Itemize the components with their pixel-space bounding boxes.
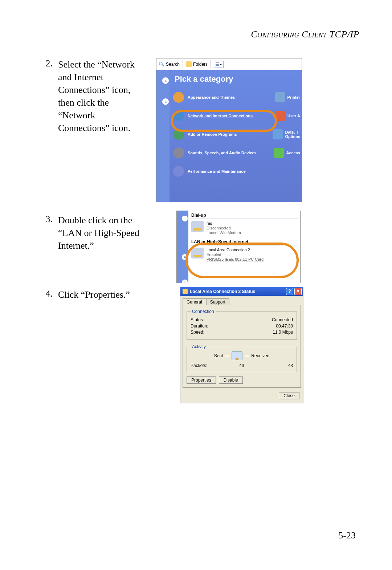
- category-right-label: Printer: [287, 95, 300, 99]
- group-lan: LAN or High-Speed Internet: [191, 239, 298, 245]
- view-icon: [216, 62, 219, 66]
- category-icon: [173, 147, 184, 158]
- category-row[interactable]: Add or Remove ProgramsDate, T Options: [173, 126, 302, 142]
- received-label: Received: [251, 353, 269, 358]
- category-icon: [173, 110, 184, 121]
- speed-value: 11.0 Mbps: [273, 330, 293, 335]
- legend-activity: Activity: [191, 344, 207, 349]
- conn-title: ras: [207, 221, 241, 226]
- view-button[interactable]: ▾: [214, 61, 224, 68]
- category-right-icon: [273, 129, 283, 139]
- packets-sent: 43: [225, 363, 258, 368]
- step-text: Double click on the “LAN or High-Speed I…: [58, 214, 145, 252]
- collapse-icon[interactable]: «: [182, 216, 188, 221]
- connection-icon: [191, 248, 204, 258]
- help-button[interactable]: ?: [286, 288, 293, 295]
- toolbar-separator: [211, 60, 211, 68]
- status-label: Status:: [191, 317, 204, 322]
- category-right-label: User A: [287, 114, 300, 118]
- conn-device: Lucent Win Modem: [207, 231, 241, 235]
- category-row[interactable]: Appearance and ThemesPrinter: [173, 89, 302, 105]
- category-label: Appearance and Themes: [188, 95, 235, 99]
- category-row[interactable]: Sounds, Speech, and Audio DevicesAccess: [173, 144, 302, 161]
- dash: —: [225, 353, 229, 358]
- screenshot-connection-status: Local Area Connection 2 Status ? × Gener…: [180, 287, 303, 403]
- connection-lan2[interactable]: Local Area Connection 2 Enabled PRISM25 …: [191, 248, 298, 262]
- chevron-down-icon: ▾: [220, 62, 222, 66]
- group-dialup: Dial-up: [191, 212, 298, 219]
- properties-button[interactable]: Properties: [187, 376, 216, 384]
- step-number: 4.: [33, 288, 58, 299]
- screenshot-network-connections: « « « Dial-up ras Disconnected Lucent Wi…: [176, 211, 301, 283]
- collapse-icon[interactable]: «: [182, 254, 188, 260]
- disable-button[interactable]: Disable: [219, 376, 243, 384]
- legend-connection: Connection: [191, 309, 216, 314]
- connection-icon: [191, 221, 204, 232]
- toolbar-folders[interactable]: Folders: [193, 62, 208, 67]
- status-value: Connected: [272, 317, 293, 322]
- close-button-footer[interactable]: Close: [279, 392, 299, 399]
- step-number: 2.: [33, 58, 58, 69]
- tab-strip: General Support: [180, 296, 303, 305]
- document-page: Configuring Client TCP/IP 2. Select the …: [0, 0, 392, 570]
- search-icon: [159, 61, 164, 67]
- window-title: Local Area Connection 2 Status: [190, 289, 255, 294]
- page-header: Configuring Client TCP/IP: [33, 29, 359, 40]
- tab-support[interactable]: Support: [206, 298, 229, 305]
- folder-icon: [186, 61, 192, 67]
- category-row[interactable]: Performance and Maintenance: [173, 163, 302, 179]
- close-button[interactable]: ×: [294, 288, 302, 295]
- category-right-icon: [275, 111, 285, 121]
- explorer-toolbar: Search Folders ▾: [156, 58, 302, 70]
- category-right-icon: [274, 148, 284, 158]
- sidebar: « « «: [177, 211, 188, 283]
- category-label: Sounds, Speech, and Audio Devices: [188, 151, 257, 155]
- category-icon: [173, 166, 184, 177]
- conn-title: Local Area Connection 2: [207, 248, 264, 252]
- conn-status: Enabled: [207, 252, 264, 257]
- duration-label: Duration:: [191, 323, 208, 329]
- collapse-icon[interactable]: «: [162, 98, 169, 105]
- category-label: Network and Internet Connections: [188, 114, 253, 118]
- conn-device: PRISM25 IEEE 802.11 PC Card: [207, 257, 264, 262]
- category-label: Add or Remove Programs: [188, 132, 237, 137]
- connection-ras[interactable]: ras Disconnected Lucent Win Modem: [191, 221, 298, 236]
- category-right-label: Access: [286, 151, 300, 155]
- speed-label: Speed:: [191, 330, 204, 335]
- sent-label: Sent: [214, 353, 223, 358]
- step-text: Click “Properties.”: [58, 288, 145, 301]
- group-activity: Activity Sent — — Received Packets: 43: [187, 344, 297, 372]
- dash: —: [245, 353, 249, 358]
- window-titlebar: Local Area Connection 2 Status ? ×: [180, 287, 303, 296]
- category-right-label: Date, T Options: [285, 130, 300, 139]
- category-icon: [173, 129, 184, 140]
- toolbar-separator: [183, 60, 183, 68]
- group-connection: Connection Status:Connected Duration:00:…: [187, 309, 297, 340]
- tab-panel-general: Connection Status:Connected Duration:00:…: [183, 305, 301, 388]
- category-panel: Pick a category Appearance and ThemesPri…: [170, 70, 302, 202]
- category-row[interactable]: Network and Internet ConnectionsUser A: [173, 107, 302, 124]
- conn-status: Disconnected: [207, 226, 241, 231]
- duration-value: 00:47:38: [276, 323, 293, 329]
- packets-label: Packets:: [191, 363, 224, 368]
- category-label: Performance and Maintenance: [188, 169, 246, 174]
- screenshot-control-panel: Search Folders ▾ « « Pick a category App…: [156, 58, 302, 202]
- packets-received: 43: [259, 363, 293, 368]
- collapse-icon[interactable]: «: [182, 280, 188, 283]
- collapse-icon[interactable]: «: [162, 77, 169, 84]
- page-number: 5-23: [338, 530, 356, 541]
- window-icon: [183, 289, 188, 294]
- category-right-icon: [275, 92, 285, 102]
- step-number: 3.: [33, 214, 58, 225]
- sidebar: « «: [156, 70, 170, 202]
- activity-icon: [232, 351, 242, 360]
- tab-general[interactable]: General: [183, 298, 206, 305]
- category-icon: [173, 92, 184, 103]
- step-text: Select the “Network and Internet Connect…: [58, 58, 145, 135]
- toolbar-search[interactable]: Search: [166, 62, 180, 67]
- pick-category-title: Pick a category: [175, 74, 302, 84]
